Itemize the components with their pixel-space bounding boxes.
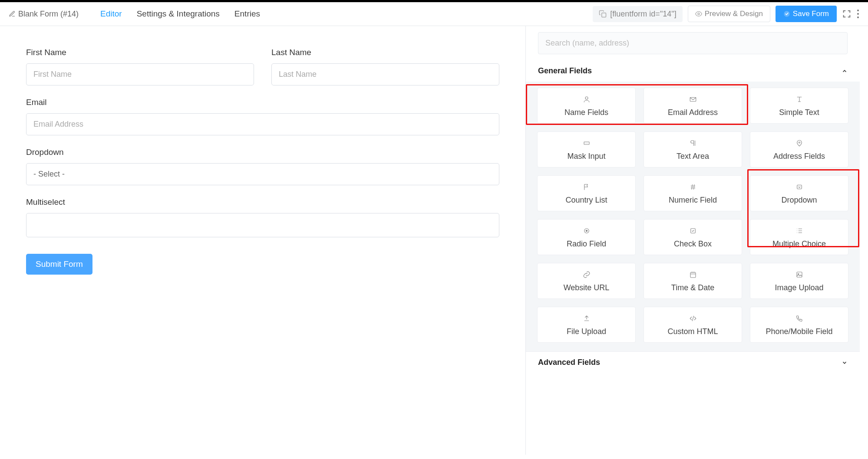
topbar-right: [fluentform id="14"] Preview & Design Sa… <box>593 6 859 22</box>
field-check-box[interactable]: Check Box <box>644 219 742 255</box>
field-label: Image Upload <box>775 283 823 292</box>
expand-icon <box>842 9 851 19</box>
field-label: Text Area <box>677 152 709 161</box>
fullscreen-button[interactable] <box>842 9 851 19</box>
search-input[interactable] <box>538 32 848 54</box>
link-icon <box>583 271 591 279</box>
field-label: Name Fields <box>564 108 608 117</box>
preview-button[interactable]: Preview & Design <box>688 6 770 22</box>
field-label: Mask Input <box>567 152 605 161</box>
advanced-fields-header[interactable]: Advanced Fields <box>526 351 860 373</box>
field-label: Address Fields <box>773 152 825 161</box>
field-label: Website URL <box>564 283 610 292</box>
envelope-icon <box>689 95 697 103</box>
flag-icon <box>583 183 591 191</box>
phone-icon <box>795 315 803 322</box>
hash-icon <box>689 183 697 191</box>
svg-rect-0 <box>602 13 606 17</box>
field-mask-input[interactable]: Mask Input <box>537 131 636 167</box>
more-button[interactable] <box>857 9 859 19</box>
svg-point-5 <box>857 16 859 18</box>
email-label: Email <box>26 98 499 107</box>
form-canvas: First Name Last Name Email Dropdown - Se… <box>0 26 525 455</box>
field-label: Multiple Choice <box>772 239 826 249</box>
field-simple-text[interactable]: Simple Text <box>750 88 848 124</box>
chevron-up-icon <box>842 68 848 74</box>
svg-point-9 <box>799 142 800 143</box>
copy-icon <box>599 10 607 18</box>
svg-point-6 <box>585 97 588 99</box>
svg-rect-7 <box>690 98 696 102</box>
fields-sidebar: General Fields Name Fields Email Address… <box>525 26 860 455</box>
email-input[interactable] <box>26 113 499 135</box>
general-fields-grid: Name Fields Email Address Simple Text Ma… <box>526 82 860 351</box>
first-name-input[interactable] <box>26 63 254 85</box>
svg-rect-14 <box>690 272 696 278</box>
save-label: Save Form <box>793 10 829 18</box>
general-fields-header[interactable]: General Fields <box>526 60 860 82</box>
map-pin-icon <box>795 139 803 147</box>
field-label: Simple Text <box>779 108 819 117</box>
field-multiple-choice[interactable]: Multiple Choice <box>750 219 848 255</box>
svg-point-12 <box>585 230 587 232</box>
tabs: Editor Settings & Integrations Entries <box>99 7 261 21</box>
radio-icon <box>583 227 591 235</box>
field-numeric-field[interactable]: Numeric Field <box>644 175 742 211</box>
field-country-list[interactable]: Country List <box>537 175 636 211</box>
tab-settings[interactable]: Settings & Integrations <box>136 7 221 21</box>
form-title[interactable]: Blank Form (#14) <box>9 10 79 19</box>
field-label: Custom HTML <box>667 327 718 336</box>
field-label: Check Box <box>674 239 712 249</box>
field-dropdown[interactable]: Dropdown <box>750 175 848 211</box>
general-fields-title: General Fields <box>538 66 592 75</box>
submit-button[interactable]: Submit Form <box>26 254 92 275</box>
field-file-upload[interactable]: File Upload <box>537 307 636 343</box>
last-name-label: Last Name <box>271 48 499 57</box>
field-label: Numeric Field <box>669 196 717 205</box>
field-label: Radio Field <box>567 239 606 249</box>
field-label: Time & Date <box>671 283 714 292</box>
multiselect-input[interactable] <box>26 213 499 237</box>
last-name-input[interactable] <box>271 63 499 85</box>
chevron-down-icon <box>842 360 848 366</box>
preview-label: Preview & Design <box>705 10 763 18</box>
dropdown-label: Dropdown <box>26 148 499 157</box>
svg-rect-10 <box>797 185 802 189</box>
field-website-url[interactable]: Website URL <box>537 263 636 299</box>
save-button[interactable]: Save Form <box>776 6 837 22</box>
field-radio-field[interactable]: Radio Field <box>537 219 636 255</box>
field-address-fields[interactable]: Address Fields <box>750 131 848 167</box>
field-time-date[interactable]: Time & Date <box>644 263 742 299</box>
tab-editor[interactable]: Editor <box>99 7 123 21</box>
eye-icon <box>695 10 702 17</box>
image-icon <box>795 271 803 279</box>
svg-point-1 <box>698 13 700 15</box>
field-label: Dropdown <box>781 196 817 205</box>
advanced-fields-title: Advanced Fields <box>538 358 600 367</box>
svg-rect-15 <box>797 272 802 277</box>
more-vertical-icon <box>857 9 859 19</box>
multiselect-label: Multiselect <box>26 197 499 207</box>
first-name-label: First Name <box>26 48 254 57</box>
dropdown-icon <box>795 183 803 191</box>
topbar: Blank Form (#14) Editor Settings & Integ… <box>0 2 868 26</box>
main: First Name Last Name Email Dropdown - Se… <box>0 26 868 455</box>
field-label: Phone/Mobile Field <box>766 327 832 336</box>
checkbox-icon <box>689 227 697 235</box>
field-image-upload[interactable]: Image Upload <box>750 263 848 299</box>
field-email-address[interactable]: Email Address <box>644 88 742 124</box>
field-label: Email Address <box>668 108 718 117</box>
tab-entries[interactable]: Entries <box>234 7 261 21</box>
svg-point-4 <box>857 13 859 15</box>
dropdown-select[interactable]: - Select - <box>26 163 499 185</box>
field-label: File Upload <box>567 327 606 336</box>
field-text-area[interactable]: Text Area <box>644 131 742 167</box>
field-label: Country List <box>565 196 607 205</box>
shortcode-box[interactable]: [fluentform id="14"] <box>593 6 682 22</box>
paragraph-icon <box>689 139 697 147</box>
field-phone-mobile[interactable]: Phone/Mobile Field <box>750 307 848 343</box>
field-name-fields[interactable]: Name Fields <box>537 88 636 124</box>
code-icon <box>689 315 697 322</box>
field-custom-html[interactable]: Custom HTML <box>644 307 742 343</box>
upload-icon <box>583 315 591 322</box>
